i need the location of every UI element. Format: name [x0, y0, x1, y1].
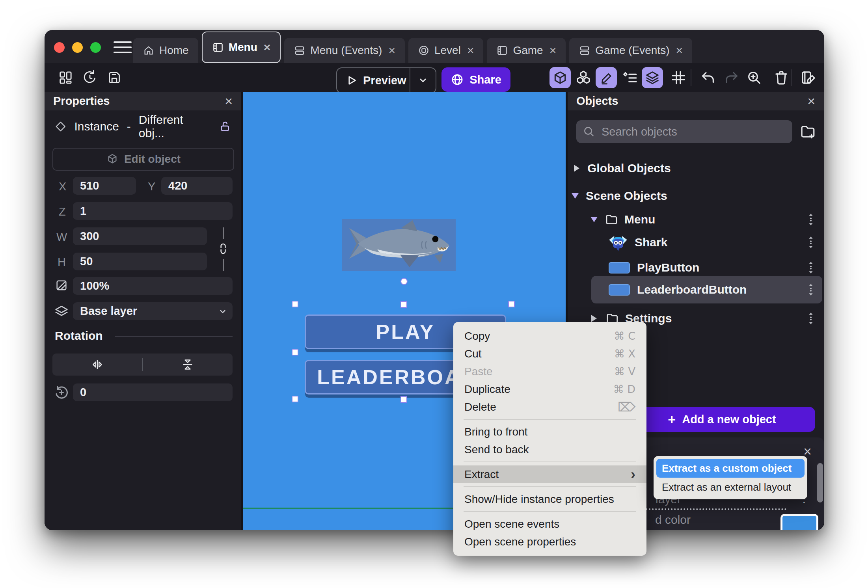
tree-group-scene-objects[interactable]: Scene Objects [568, 186, 824, 206]
object-label: Shark [635, 236, 667, 249]
instruction-list-icon [622, 70, 638, 86]
tab-close-icon[interactable]: × [467, 45, 474, 56]
flip-vertical-button[interactable] [143, 354, 233, 376]
add-new-object-button[interactable]: + Add a new object [629, 407, 815, 432]
open-project-manager-button[interactable] [56, 69, 75, 87]
selection-handle-top-center[interactable] [400, 301, 407, 308]
tab-home[interactable]: Home [133, 38, 198, 63]
menu-item-open-scene-properties[interactable]: Open scene properties [453, 533, 646, 551]
edit-mode-button[interactable] [596, 67, 617, 88]
search-input[interactable] [601, 125, 792, 139]
traffic-zoom-button[interactable] [90, 42, 101, 53]
tab-menu-events[interactable]: Menu (Events) × [284, 38, 405, 63]
drag-handle-icon[interactable] [807, 283, 815, 296]
menu-item-copy[interactable]: Copy⌘ C [453, 327, 646, 345]
selection-handle-bottom-left[interactable] [292, 396, 298, 402]
drag-handle-icon[interactable] [807, 236, 815, 249]
shark-sprite-instance[interactable] [342, 219, 456, 271]
panel-scrollbar[interactable] [817, 463, 823, 502]
menu-item-cut[interactable]: Cut⌘ X [453, 345, 646, 363]
menu-item-paste[interactable]: Paste⌘ V [453, 363, 646, 380]
tab-game[interactable]: Game × [487, 38, 566, 63]
preview-button[interactable]: Preview [336, 67, 436, 93]
drag-handle-icon[interactable] [807, 261, 815, 274]
unlock-icon[interactable] [219, 120, 231, 133]
delete-button[interactable] [772, 68, 791, 87]
rotation-input[interactable] [73, 383, 233, 401]
objects-mode-button[interactable] [574, 68, 593, 87]
background-color-swatch[interactable] [780, 514, 818, 530]
add-folder-button[interactable] [799, 123, 816, 140]
tab-close-icon[interactable]: × [676, 45, 683, 56]
button-object-thumbnail [609, 262, 630, 274]
w-input[interactable] [73, 227, 207, 245]
redo-button[interactable] [722, 68, 741, 87]
layer-select[interactable]: Base layer [73, 302, 233, 320]
edit-object-label: Edit object [124, 153, 181, 166]
close-icon[interactable]: × [807, 94, 815, 108]
zoom-in-button[interactable] [745, 68, 764, 87]
menu-item-delete[interactable]: Delete⌦ [453, 398, 646, 416]
drag-handle-icon[interactable] [807, 213, 815, 226]
z-input[interactable] [73, 202, 233, 220]
edit-object-button[interactable]: Edit object [52, 148, 234, 171]
caret-expanded-icon[interactable] [590, 217, 598, 222]
selection-handle-top-right[interactable] [508, 301, 515, 307]
preview-dropdown-button[interactable] [410, 68, 436, 93]
grid-button[interactable] [669, 68, 688, 87]
caret-collapsed-icon[interactable] [574, 165, 579, 172]
instance-object-name: Different obj... [139, 113, 211, 140]
tab-bar: Home Menu × Menu (Events) × Level × Game… [133, 32, 696, 63]
selection-handle-top-left[interactable] [292, 301, 298, 307]
tab-game-events[interactable]: Game (Events) × [569, 38, 692, 63]
zoom-in-icon [746, 70, 762, 86]
selection-rotate-handle[interactable] [400, 278, 408, 285]
main-menu-icon[interactable] [114, 41, 132, 53]
h-input[interactable] [73, 253, 207, 270]
tab-close-icon[interactable]: × [549, 45, 557, 56]
objects-title: Objects [576, 95, 618, 108]
object-row-leaderboardbutton[interactable]: LeaderboardButton [568, 278, 824, 301]
history-button[interactable] [81, 69, 99, 87]
menu-item-show-hide-instance-properties[interactable]: Show/Hide instance properties [453, 490, 646, 508]
instances-list-button[interactable] [621, 68, 640, 87]
menu-item-open-scene-events[interactable]: Open scene events [453, 515, 646, 533]
tab-close-icon[interactable]: × [388, 45, 395, 56]
drag-handle-icon[interactable] [807, 312, 815, 325]
layers-panel-button[interactable] [642, 67, 663, 88]
w-label: W [56, 231, 67, 244]
y-input[interactable] [161, 177, 233, 195]
opacity-input[interactable] [73, 277, 233, 295]
selection-handle-bottom-center[interactable] [400, 396, 407, 403]
link-chain-icon [217, 242, 229, 256]
share-button[interactable]: Share [441, 67, 510, 92]
flip-horizontal-button[interactable] [52, 354, 142, 376]
close-icon[interactable]: × [225, 94, 233, 108]
undo-button[interactable] [698, 68, 717, 87]
submenu-item-extract-external-layout[interactable]: Extract as an external layout [656, 478, 805, 497]
tree-group-global-objects[interactable]: Global Objects [568, 158, 824, 179]
caret-collapsed-icon[interactable] [591, 315, 597, 322]
folder-label: Menu [624, 213, 655, 226]
tab-level[interactable]: Level × [408, 38, 483, 63]
toggle-3d-view-button[interactable] [549, 67, 571, 88]
menu-item-extract[interactable]: Extract› [453, 465, 646, 483]
tab-close-icon[interactable]: × [264, 41, 271, 53]
object-row-shark[interactable]: Shark [568, 231, 824, 254]
menu-item-duplicate[interactable]: Duplicate⌘ D [453, 380, 646, 398]
traffic-close-button[interactable] [54, 42, 65, 53]
menu-item-bring-to-front[interactable]: Bring to front [453, 423, 646, 441]
selection-handle-middle-left[interactable] [292, 349, 298, 355]
menu-item-send-to-back[interactable]: Send to back [453, 441, 646, 458]
submenu-item-extract-custom-object[interactable]: Extract as a custom object [656, 459, 805, 478]
open-scene-events-button[interactable] [799, 68, 818, 87]
link-width-height-toggle[interactable] [214, 227, 232, 271]
tab-label: Game (Events) [595, 44, 669, 57]
traffic-minimize-button[interactable] [72, 42, 83, 53]
x-input[interactable] [73, 177, 136, 195]
tree-folder-menu[interactable]: Menu [568, 208, 824, 231]
caret-expanded-icon[interactable] [572, 193, 579, 199]
menu-divider [464, 511, 636, 512]
tab-menu[interactable]: Menu × [202, 32, 281, 63]
save-button[interactable] [105, 69, 123, 87]
